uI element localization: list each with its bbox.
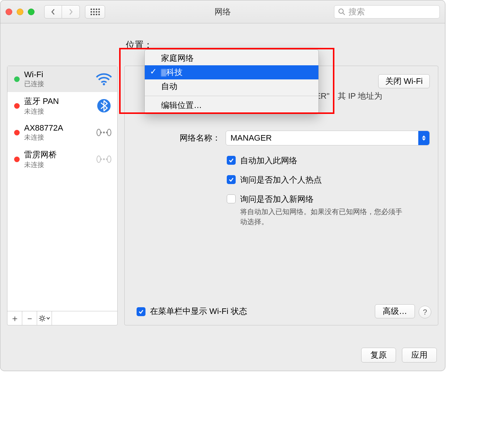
service-status: 未连接	[24, 133, 91, 142]
network-name-select[interactable]: MANAGER	[226, 131, 430, 145]
remove-service-button[interactable]: －	[22, 311, 37, 325]
ask-new-checkbox-row[interactable]: 询问是否加入新网络	[227, 194, 403, 205]
grid-icon	[91, 9, 100, 15]
check-icon	[228, 157, 234, 163]
options-stack: 自动加入此网络 询问是否加入个人热点 询问是否加入新网络 将自动加入已知	[227, 155, 403, 227]
window-buttons: 复原 应用	[361, 348, 437, 363]
edit-locations-item[interactable]: 编辑位置…	[145, 98, 318, 112]
services-sidebar: Wi-Fi 已连接 蓝牙 PAN 未连接	[7, 66, 118, 325]
gear-icon	[39, 315, 46, 322]
nav-buttons	[44, 5, 80, 19]
menubar-label: 在菜单栏中显示 Wi-Fi 状态	[150, 306, 247, 317]
search-placeholder: 搜索	[348, 6, 365, 17]
checkbox-checked[interactable]	[227, 156, 236, 165]
svg-line-1	[343, 13, 345, 15]
wifi-icon	[96, 71, 112, 87]
svg-point-7	[103, 132, 105, 134]
svg-point-14	[41, 317, 44, 320]
checkbox-checked[interactable]	[137, 307, 145, 316]
service-status: 未连接	[24, 160, 91, 169]
apply-button[interactable]: 应用	[402, 348, 437, 363]
svg-point-2	[103, 83, 105, 85]
revert-button[interactable]: 复原	[361, 348, 396, 363]
service-ax88772a[interactable]: AX88772A 未连接	[7, 119, 117, 145]
svg-point-12	[103, 158, 105, 160]
svg-point-11	[100, 158, 102, 160]
select-arrows-icon	[418, 131, 429, 145]
zoom-window-button[interactable]	[28, 9, 35, 15]
help-button[interactable]: ?	[419, 306, 431, 318]
bluetooth-icon	[96, 98, 112, 114]
show-all-button[interactable]	[85, 5, 105, 19]
check-icon	[228, 177, 234, 183]
chevron-down-icon	[46, 317, 50, 320]
forward-button[interactable]	[62, 5, 80, 19]
location-dropdown: 家庭网络 科技 自动 编辑位置…	[144, 49, 319, 114]
auto-join-checkbox-row[interactable]: 自动加入此网络	[227, 155, 403, 166]
svg-point-13	[106, 158, 108, 160]
status-dot-connected	[14, 76, 20, 82]
service-name: 雷雳网桥	[24, 149, 91, 160]
svg-line-22	[44, 316, 45, 317]
turn-off-wifi-button[interactable]: 关闭 Wi-Fi	[378, 74, 430, 88]
minimize-window-button[interactable]	[17, 9, 23, 15]
add-service-button[interactable]: ＋	[7, 311, 22, 325]
search-icon	[338, 8, 346, 16]
window-title: 网络	[215, 6, 231, 17]
svg-point-6	[100, 132, 102, 134]
network-name-value: MANAGER	[230, 133, 272, 143]
ask-new-help-text: 将自动加入已知网络。如果没有已知网络，您必须手动选择。	[240, 207, 403, 227]
actions-menu-button[interactable]	[37, 311, 52, 325]
auto-join-label: 自动加入此网络	[240, 155, 297, 166]
location-option-home[interactable]: 家庭网络	[145, 51, 318, 65]
ethernet-off-icon	[96, 151, 112, 167]
service-wifi[interactable]: Wi-Fi 已连接	[7, 66, 117, 92]
ask-new-label: 询问是否加入新网络	[240, 194, 314, 205]
checkbox-checked[interactable]	[227, 175, 236, 184]
dropdown-separator	[145, 96, 318, 96]
advanced-button[interactable]: 高级…	[375, 304, 415, 318]
check-icon	[138, 309, 144, 315]
back-button[interactable]	[44, 5, 62, 19]
service-name: 蓝牙 PAN	[24, 96, 91, 107]
service-thunderbolt-bridge[interactable]: 雷雳网桥 未连接	[7, 145, 117, 173]
sidebar-footer: ＋ －	[7, 311, 117, 325]
show-in-menubar-row[interactable]: 在菜单栏中显示 Wi-Fi 状态	[137, 306, 247, 317]
svg-line-21	[40, 320, 40, 321]
ethernet-icon	[96, 124, 112, 141]
close-window-button[interactable]	[6, 9, 12, 15]
obscured-text	[161, 69, 166, 76]
location-option-selected[interactable]: 科技	[145, 65, 318, 79]
service-name: Wi-Fi	[24, 70, 91, 79]
network-name-label: 网络名称：	[137, 132, 226, 144]
svg-point-8	[106, 132, 108, 134]
system-preferences-window: 网络 搜索 位置： 家庭网络 科技 自动 编辑位置…	[0, 0, 445, 371]
search-field[interactable]: 搜索	[334, 5, 440, 19]
service-status: 未连接	[24, 107, 91, 116]
status-dot-disconnected	[14, 157, 20, 162]
checkbox-unchecked[interactable]	[227, 194, 236, 203]
service-name: AX88772A	[24, 123, 91, 133]
status-dot-disconnected	[14, 103, 20, 109]
content-area: 位置： 家庭网络 科技 自动 编辑位置… Wi-Fi 已连接	[0, 23, 445, 332]
service-bluetooth-pan[interactable]: 蓝牙 PAN 未连接	[7, 92, 117, 119]
status-dot-disconnected	[14, 130, 20, 135]
ask-hotspot-label: 询问是否加入个人热点	[240, 174, 322, 186]
service-status: 已连接	[24, 79, 91, 88]
titlebar: 网络 搜索	[0, 0, 445, 23]
ask-hotspot-checkbox-row[interactable]: 询问是否加入个人热点	[227, 174, 403, 186]
svg-line-20	[44, 320, 45, 321]
network-name-row: 网络名称： MANAGER	[137, 131, 430, 145]
svg-point-0	[339, 9, 343, 13]
traffic-lights	[6, 9, 35, 15]
svg-line-19	[40, 316, 40, 317]
location-option-auto[interactable]: 自动	[145, 79, 318, 94]
